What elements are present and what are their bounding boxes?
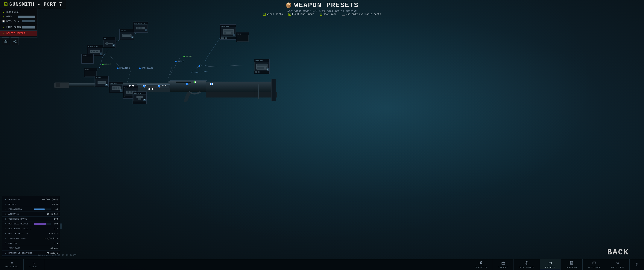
barrel-dot [175, 61, 176, 62]
nav-item-character[interactable]: CHARACTER [470, 259, 493, 270]
tbl-corner-icon: ■ [112, 44, 115, 47]
attachment-none-left[interactable]: NONE [82, 54, 94, 64]
svg-rect-41 [206, 82, 272, 92]
svg-rect-35 [57, 83, 58, 87]
attachment-dk82[interactable]: DK-82 ■ [120, 29, 134, 40]
vital-parts-checkbox[interactable]: ✓ [263, 13, 266, 16]
left-panel: ✦ NEW PRESET ⊞ OPEN... 💾 SAVE AS... ◎ FI… [0, 9, 38, 38]
save-as-label: SAVE AS... [6, 20, 21, 23]
m870soa-corner-icon: ■ [266, 68, 269, 71]
cylinder12-title: Cylinder 12 [134, 22, 147, 24]
main-menu-icon: ≡ [11, 261, 13, 265]
save-bar [22, 20, 35, 22]
back-button[interactable]: BACK [607, 248, 629, 257]
checkbox-vital-parts[interactable]: ✓ Vital parts [263, 13, 283, 16]
nav-item-settings[interactable] [630, 259, 644, 270]
firerate-name: FIRE RATE [8, 247, 50, 249]
handguard-label: HANDGUARD [139, 67, 153, 69]
menu-item-find-parts[interactable]: ◎ FIND PARTS [0, 25, 37, 30]
nav-item-messenger[interactable]: MESSENGER [582, 259, 606, 270]
caliber-icon: § [4, 242, 7, 244]
m870soa-title: M870 SOA [254, 60, 269, 62]
attachment-m870soa[interactable]: M870 SOA ■ -s [254, 59, 270, 74]
presets-title-row: 📦 WEAPON PRESETS [285, 2, 358, 9]
svg-point-8 [16, 42, 16, 43]
mount-left-text: MOUNT [104, 63, 111, 65]
vrecoil-value: 198 [54, 223, 58, 225]
moe878-body: ■ [110, 84, 122, 92]
presets-nav-label: PRESETS [545, 266, 555, 268]
available-only-checkbox[interactable] [342, 13, 345, 16]
nav-item-hideout[interactable]: ⌂ HIDEOUT [24, 259, 44, 270]
svg-rect-81 [114, 87, 116, 89]
sling-point-4 [152, 88, 154, 90]
functional-mods-checkbox[interactable]: ✓ [288, 13, 291, 16]
stat-row-fire-rate: --- FIRE RATE 30 rpm [2, 246, 60, 251]
open-label: OPEN... [6, 15, 16, 18]
svg-line-10 [14, 41, 16, 41]
messenger-icon [592, 261, 596, 266]
tbl-title: TBL [103, 38, 115, 40]
new-preset-label: NEW PRESET [6, 11, 21, 14]
menu-item-save-as[interactable]: 💾 SAVE AS... [0, 19, 37, 24]
mount-right-text: MOUNT [186, 56, 192, 58]
m870n4-title: M870n4 [95, 77, 108, 79]
nav-item-presets[interactable]: PRESETS [540, 259, 560, 270]
weight-icon: ⚖ [4, 203, 7, 205]
flea-market-label: FLEA MARKET [519, 266, 535, 268]
main-menu-label: MAIN MENU [6, 266, 18, 268]
menu-item-delete-preset[interactable]: ✕ DELETE PRESET [0, 31, 37, 36]
nav-item-traders[interactable]: TRADERS [493, 259, 514, 270]
save-action-button[interactable] [2, 38, 9, 45]
menu-item-open[interactable]: ⊞ OPEN... [0, 15, 37, 19]
attachment-kacvfg[interactable]: KAC VFG ■ T [132, 91, 146, 104]
nav-item-handbook[interactable]: HANDBOOK [560, 259, 582, 270]
svg-rect-34 [56, 83, 57, 87]
attachment-tbl[interactable]: TBL ■ [102, 37, 116, 48]
moe878-corner-icon: ■ [120, 89, 122, 92]
hideout-label: HIDEOUT [29, 266, 39, 268]
svg-rect-5 [5, 40, 6, 41]
svg-rect-96 [231, 32, 233, 34]
character-icon [479, 261, 483, 266]
mount-right-label: MOUNT [184, 56, 192, 58]
gear-mods-checkbox[interactable]: ✓ [320, 13, 322, 16]
share-action-button[interactable] [11, 38, 19, 45]
attachment-m870n4[interactable]: M870n4 ■ [94, 76, 108, 87]
nav-item-watchlist[interactable]: WATCHLIST [606, 259, 630, 270]
magazine-label: MAGAZINE [117, 67, 130, 69]
typesfire-name: TYPES OF FIRE [8, 237, 44, 240]
dk82-body: ■ [120, 32, 134, 39]
nav-item-main-menu[interactable]: ≡ MAIN MENU [0, 259, 24, 270]
presets-title-text: WEAPON PRESETS [294, 2, 358, 9]
svg-rect-85 [127, 91, 128, 93]
svg-rect-73 [93, 51, 94, 52]
kacvfg-title: KAC VFG [133, 92, 146, 94]
attachment-cylinder12[interactable]: Cylinder 12 ■ [133, 22, 148, 33]
magazine-dot [117, 68, 118, 69]
svg-rect-95 [224, 32, 226, 34]
moe878-title: MOE 878 [110, 82, 122, 84]
functional-mods-label: Functional mods [292, 13, 314, 16]
checkbox-functional-mods[interactable]: ✓ Functional mods [288, 13, 314, 16]
watchlist-label: WATCHLIST [612, 266, 624, 268]
stats-expand-button[interactable]: › [60, 223, 62, 229]
traders-label: TRADERS [498, 266, 508, 268]
svg-rect-62 [137, 27, 138, 29]
messenger-label: MESSENGER [588, 266, 600, 268]
svg-rect-52 [254, 84, 255, 99]
checkbox-available-only[interactable]: Use only available parts [342, 13, 381, 16]
barrel-text: BARREL [178, 60, 185, 62]
save-icon: 💾 [2, 20, 5, 23]
menu-item-new-preset[interactable]: ✦ NEW PRESET [0, 10, 37, 15]
barrel-label: BARREL [175, 60, 185, 62]
attachment-moe878[interactable]: MOE 878 ■ [109, 82, 123, 93]
svg-point-57 [158, 85, 160, 87]
stat-row-caliber: § CALIBER 12g [2, 241, 60, 246]
magazine-text: MAGAZINE [120, 67, 130, 69]
nav-item-flea-market[interactable]: FLEA MARKET [514, 259, 540, 270]
svg-rect-91 [136, 96, 143, 98]
checkbox-gear-mods[interactable]: ✓ Gear mods [320, 13, 336, 16]
attachment-m870sb[interactable]: M870 SB8 ■ [220, 24, 236, 40]
attachment-none-right[interactable]: NONE [236, 32, 249, 42]
